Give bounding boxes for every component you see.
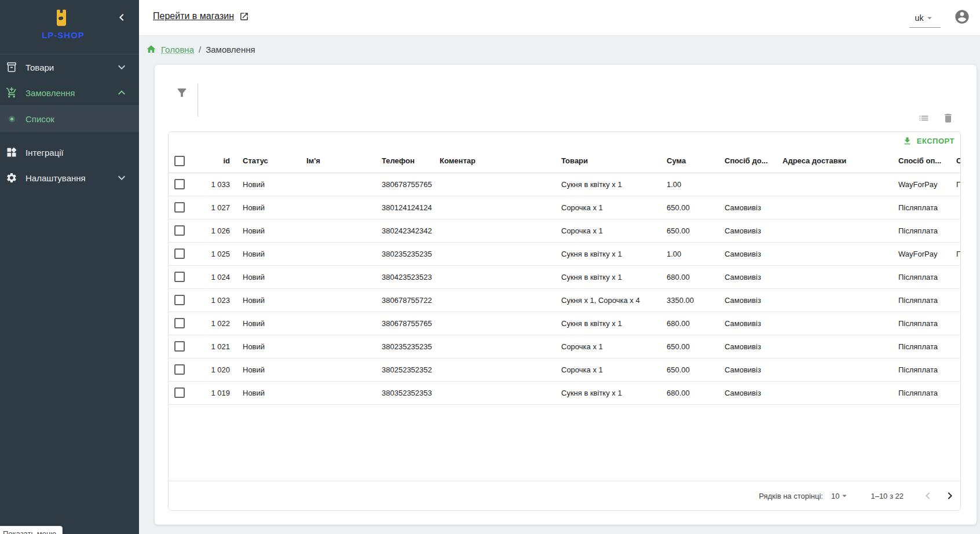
cell-status: Новий: [236, 358, 299, 381]
cell-delivery: Самовивіз: [718, 381, 776, 404]
cell-id: 1 025: [194, 242, 236, 265]
row-checkbox[interactable]: [174, 179, 185, 189]
cell-delivery: Самовивіз: [718, 312, 776, 335]
sidebar-logo-area: LP-SHOP: [0, 0, 139, 54]
cell-address: [776, 196, 891, 219]
logo-text: LP-SHOP: [0, 30, 126, 40]
column-header-delivery[interactable]: Спосіб до...: [718, 149, 776, 173]
trash-icon bulk-delete-button[interactable]: [942, 112, 954, 124]
breadcrumb-home-link[interactable]: Головна: [161, 45, 194, 54]
cell-delivery: Самовивіз: [718, 265, 776, 288]
cell-address: [776, 288, 891, 312]
cell-products: Сорочка x 1: [554, 219, 660, 242]
gear-icon: [5, 171, 19, 185]
column-header-id[interactable]: id: [194, 149, 236, 173]
row-checkbox[interactable]: [174, 341, 185, 352]
table-row[interactable]: 1 023Новий380678755722Сукня x 1, Сорочка…: [169, 288, 961, 312]
column-header-comment[interactable]: Коментар: [433, 149, 554, 173]
column-header-payment[interactable]: Спосіб оп...: [891, 149, 949, 173]
select-all-cell: [169, 149, 194, 173]
cell-payment_status: [949, 196, 961, 219]
cell-payment_status: [949, 381, 961, 404]
row-select-cell: [169, 381, 194, 404]
row-checkbox[interactable]: [174, 202, 185, 213]
cell-phone: 380678755722: [375, 288, 433, 312]
cell-address: [776, 381, 891, 404]
cell-payment_status: [949, 288, 961, 312]
row-checkbox[interactable]: [174, 248, 185, 259]
pagination-range: 1–10 з 22: [871, 492, 904, 500]
cell-products: Сорочка x 1: [554, 335, 660, 358]
cell-products: Сукня в квітку x 1: [554, 381, 660, 404]
cell-sum: 650.00: [660, 219, 718, 242]
cell-name: [299, 288, 375, 312]
table-body: 1 033Новий380678755765Сукня в квітку x 1…: [169, 173, 961, 404]
table-row[interactable]: 1 021Новий380235235235Сорочка x 1650.00С…: [169, 335, 961, 358]
menu-gap: [0, 132, 139, 140]
table-row[interactable]: 1 033Новий380678755765Сукня в квітку x 1…: [169, 173, 961, 196]
sidebar-item-products[interactable]: Товари: [0, 54, 139, 80]
cell-name: [299, 242, 375, 265]
cell-status: Новий: [236, 312, 299, 335]
cell-status: Новий: [236, 219, 299, 242]
cell-address: [776, 173, 891, 196]
cell-comment: [433, 288, 554, 312]
sidebar-item-label: Товари: [25, 63, 54, 72]
funnel-icon filter-button[interactable]: [175, 86, 188, 99]
account-circle-icon[interactable]: [954, 9, 970, 25]
go-to-store-link[interactable]: Перейти в магазин: [153, 11, 249, 21]
column-header-payment-status[interactable]: Ст: [949, 149, 961, 173]
row-checkbox[interactable]: [174, 318, 185, 328]
table-row[interactable]: 1 027Новий380124124124Сорочка x 1650.00С…: [169, 196, 961, 219]
sidebar-item-integrations[interactable]: Інтеграції: [0, 140, 139, 165]
row-checkbox[interactable]: [174, 364, 185, 375]
column-header-status[interactable]: Статус: [236, 149, 299, 173]
chevron-down-icon: [115, 171, 129, 185]
table-row[interactable]: 1 024Новий380423523523Сукня в квітку x 1…: [169, 265, 961, 288]
table-row[interactable]: 1 022Новий380678755765Сукня в квітку x 1…: [169, 312, 961, 335]
cell-payment_status: [949, 219, 961, 242]
language-select[interactable]: uk: [909, 8, 941, 28]
row-checkbox[interactable]: [174, 272, 185, 282]
column-header-address[interactable]: Адреса доставки: [776, 149, 891, 173]
cell-status: Новий: [236, 265, 299, 288]
column-header-name[interactable]: Ім'я: [299, 149, 375, 173]
cell-delivery: Самовивіз: [718, 288, 776, 312]
cell-phone: 380235235235: [375, 335, 433, 358]
list-icon view-mode-button[interactable]: [918, 112, 930, 124]
cell-products: Сукня в квітку x 1: [554, 312, 660, 335]
row-select-cell: [169, 312, 194, 335]
chevron-right-icon page-next-button[interactable]: [943, 489, 957, 503]
cell-delivery: Самовивіз: [718, 219, 776, 242]
sidebar-collapse-button chevron-left-icon[interactable]: [115, 10, 129, 24]
export-button[interactable]: ЕКСПОРТ: [902, 136, 955, 146]
cell-address: [776, 312, 891, 335]
sidebar-subitem-list[interactable]: Список: [0, 105, 139, 132]
cell-sum: 680.00: [660, 312, 718, 335]
row-checkbox[interactable]: [174, 387, 185, 398]
table-row[interactable]: 1 025Новий380235235235Сукня в квітку x 1…: [169, 242, 961, 265]
select-all-checkbox[interactable]: [174, 156, 185, 166]
column-header-sum[interactable]: Сума: [660, 149, 718, 173]
row-checkbox[interactable]: [174, 295, 185, 305]
cell-sum: 650.00: [660, 196, 718, 219]
chevron-left-icon page-prev-button[interactable]: [921, 489, 935, 503]
row-checkbox[interactable]: [174, 225, 185, 236]
sidebar-item-settings[interactable]: Налаштування: [0, 165, 139, 191]
cell-sum: 3350.00: [660, 288, 718, 312]
sidebar-item-label: Інтеграції: [25, 148, 64, 158]
cell-delivery: Самовивіз: [718, 335, 776, 358]
table-row[interactable]: 1 026Новий380242342342Сорочка x 1650.00С…: [169, 219, 961, 242]
table-row[interactable]: 1 019Новий380352352353Сукня в квітку x 1…: [169, 381, 961, 404]
table-row[interactable]: 1 020Новий380252352352Сорочка x 1650.00С…: [169, 358, 961, 381]
cell-products: Сорочка x 1: [554, 196, 660, 219]
column-header-products[interactable]: Товари: [554, 149, 660, 173]
cell-phone: 380352352353: [375, 381, 433, 404]
cell-id: 1 027: [194, 196, 236, 219]
column-header-phone[interactable]: Телефон: [375, 149, 433, 173]
cell-name: [299, 312, 375, 335]
rows-per-page-select[interactable]: 10: [831, 491, 850, 501]
row-select-cell: [169, 196, 194, 219]
cell-comment: [433, 196, 554, 219]
sidebar-item-orders[interactable]: Замовлення: [0, 80, 139, 105]
